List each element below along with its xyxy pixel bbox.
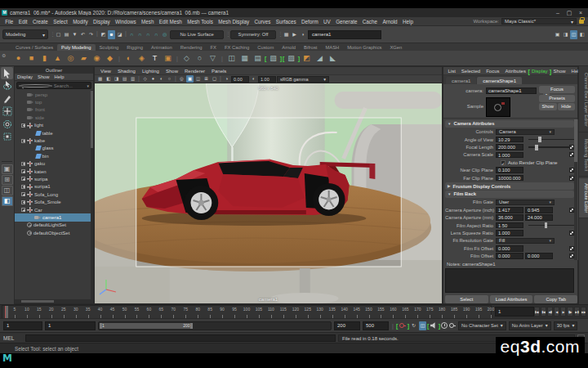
rotate-tool[interactable] xyxy=(1,118,13,130)
select-camera-icon[interactable]: ▦ xyxy=(96,75,104,83)
viewport-3d-scene[interactable]: 960 x 540 camera1 xyxy=(95,83,442,303)
lock-camera-icon[interactable]: ◧ xyxy=(105,75,112,83)
anim-layer-dropdown[interactable]: No Anim Layer▾ xyxy=(509,321,551,330)
lights-icon[interactable]: ○ xyxy=(166,75,173,83)
slider-focal-length[interactable] xyxy=(528,146,569,148)
outliner-horizontal-scrollbar[interactable] xyxy=(15,299,93,303)
command-language-label[interactable]: MEL xyxy=(3,335,23,341)
lock-workspace-icon[interactable] xyxy=(579,20,584,24)
expander-icon[interactable] xyxy=(21,208,25,212)
shelf-tab-arnold[interactable]: Arnold xyxy=(278,44,300,51)
timeline-track[interactable]: 5101520253035404550556065707580859095100… xyxy=(2,305,492,319)
outliner-item-gaku[interactable]: gaku xyxy=(15,160,93,168)
menu-show[interactable]: Show xyxy=(35,74,52,79)
menu-help[interactable]: Help xyxy=(52,74,67,79)
playback-end-field[interactable]: 200 xyxy=(334,321,360,330)
set-key-icon[interactable] xyxy=(449,321,456,330)
menu-set-dropdown[interactable]: Modeling▾ xyxy=(2,29,48,39)
outliner-item-defaultlightset[interactable]: defaultLightSet xyxy=(15,222,93,229)
select-by-hierarchy-icon[interactable]: ◩ xyxy=(100,30,107,39)
outliner-vertical-scrollbar[interactable] xyxy=(91,90,93,299)
menu-selected[interactable]: Selected xyxy=(458,69,483,74)
single-pane-layout-button[interactable]: ▣ xyxy=(2,164,13,174)
select-by-component-icon[interactable]: ◪ xyxy=(116,30,123,39)
bridge-icon[interactable]: ◩ xyxy=(301,52,312,65)
field-angle-of-view[interactable]: 10.29 xyxy=(496,137,523,143)
field-film-offset[interactable]: 0.000 xyxy=(496,253,523,259)
outliner-item-persp[interactable]: persp xyxy=(15,91,93,98)
snap-to-grid-icon[interactable]: ∩ xyxy=(128,30,136,39)
load-attributes-button[interactable]: Load Attributes xyxy=(490,295,533,303)
select-tool[interactable] xyxy=(1,67,13,79)
fps-dropdown[interactable]: 30 fps▾ xyxy=(554,321,578,330)
menu-show[interactable]: Show xyxy=(550,69,568,74)
mute-audio-icon[interactable] xyxy=(428,322,439,329)
step-forward-frame-button[interactable]: ▶▮ xyxy=(574,307,580,316)
current-frame-marker[interactable] xyxy=(5,306,8,318)
field-focal-length[interactable]: 200.000 xyxy=(496,144,523,150)
outliner-search-input[interactable]: Search... ▾ xyxy=(16,82,91,89)
render-settings-icon[interactable]: ◑ xyxy=(299,30,306,39)
open-scene-icon[interactable]: ▤ xyxy=(63,30,70,39)
menu-file[interactable]: File xyxy=(2,19,16,25)
step-back-frame-button[interactable]: ▮◀ xyxy=(541,307,546,316)
ik-handle-icon[interactable]: ○ xyxy=(194,52,205,65)
animation-preferences-icon[interactable] xyxy=(441,322,448,329)
menu-mesh-display[interactable]: Mesh Display xyxy=(216,19,252,25)
workspace-dropdown[interactable]: Maya Classic*▾ xyxy=(501,18,577,25)
select-by-object-icon[interactable]: ■ xyxy=(108,30,115,39)
expander-icon[interactable] xyxy=(21,185,25,189)
outliner-persp-layout-button[interactable]: ◧ xyxy=(2,196,13,206)
snap-to-curve-icon[interactable]: ∩ xyxy=(136,30,144,39)
undo-icon[interactable]: ↶ xyxy=(79,30,87,39)
bevel-icon[interactable]: ▨ xyxy=(283,52,299,65)
hide-button[interactable]: Hide xyxy=(558,103,576,110)
playback-range-handle[interactable]: 1200 xyxy=(100,323,193,329)
menu-edit-mesh[interactable]: Edit Mesh xyxy=(157,19,185,25)
resolution-gate-icon[interactable]: ▣ xyxy=(186,75,194,83)
show-button[interactable]: Show xyxy=(539,103,557,110)
outliner-item-top[interactable]: top xyxy=(15,98,93,105)
presets-button[interactable]: Presets xyxy=(539,95,575,102)
play-forwards-button[interactable]: ▶ xyxy=(560,307,566,316)
dropdown-fit-resolution-gate[interactable]: Fill▾ xyxy=(496,238,555,245)
move-tool[interactable] xyxy=(1,105,13,118)
animation-end-field[interactable]: 500 xyxy=(363,321,389,330)
poly-torus-icon[interactable]: ◎ xyxy=(65,52,76,65)
outliner-item-camera1[interactable]: camera1 xyxy=(15,213,93,221)
outliner-item-katen[interactable]: katen xyxy=(15,168,93,175)
shelf-tab-custom[interactable]: Custom xyxy=(253,44,278,51)
dropdown-controls[interactable]: Camera▾ xyxy=(496,129,555,136)
current-frame-field[interactable]: 1 xyxy=(495,307,534,316)
shelf-tab-fx[interactable]: FX xyxy=(207,44,220,51)
dropdown-film-gate[interactable]: User▾ xyxy=(496,200,555,206)
command-input[interactable] xyxy=(25,334,336,342)
menu-shading[interactable]: Shading xyxy=(114,69,139,74)
lasso-select-tool[interactable] xyxy=(1,80,13,92)
go-to-start-button[interactable]: ▮◀◀ xyxy=(534,307,540,316)
outliner-item-defaultobjectset[interactable]: defaultObjectSet xyxy=(15,229,93,236)
menu-help[interactable]: Help xyxy=(400,19,416,25)
menu-display[interactable]: Display xyxy=(528,69,550,74)
bookmark-icon[interactable]: ▤ xyxy=(121,75,128,83)
paint-selection-tool[interactable] xyxy=(1,92,13,105)
menu-surfaces[interactable]: Surfaces xyxy=(274,19,299,25)
gate-mask-icon[interactable]: ◫ xyxy=(194,75,202,83)
quad-draw-icon[interactable]: ◣ xyxy=(327,52,338,65)
expander-icon[interactable] xyxy=(21,177,25,181)
outliner-item-kabe[interactable]: kabe xyxy=(15,137,93,144)
camera-name-field[interactable]: cameraShape1 xyxy=(486,88,537,94)
sculpt-icon[interactable]: ◐ xyxy=(123,52,134,65)
field-film-fit-offset[interactable]: 0.000 xyxy=(496,245,523,252)
shelf-options-icon[interactable]: ⚙ xyxy=(2,52,6,58)
menu-create[interactable]: Create xyxy=(30,19,51,25)
outliner-item-table[interactable]: table xyxy=(15,129,93,137)
menu-deform[interactable]: Deform xyxy=(299,19,321,25)
shelf-tab-animation[interactable]: Animation xyxy=(147,44,176,51)
menu-view[interactable]: View xyxy=(97,69,114,74)
auto-keyframe-icon[interactable] xyxy=(397,321,408,330)
image-plane-icon[interactable]: ▥ xyxy=(129,75,136,83)
shelf-tab-fx-caching[interactable]: FX Caching xyxy=(220,44,253,51)
shaded-icon[interactable]: ● xyxy=(149,75,157,83)
skeleton-icon[interactable]: ▽ xyxy=(207,52,218,65)
